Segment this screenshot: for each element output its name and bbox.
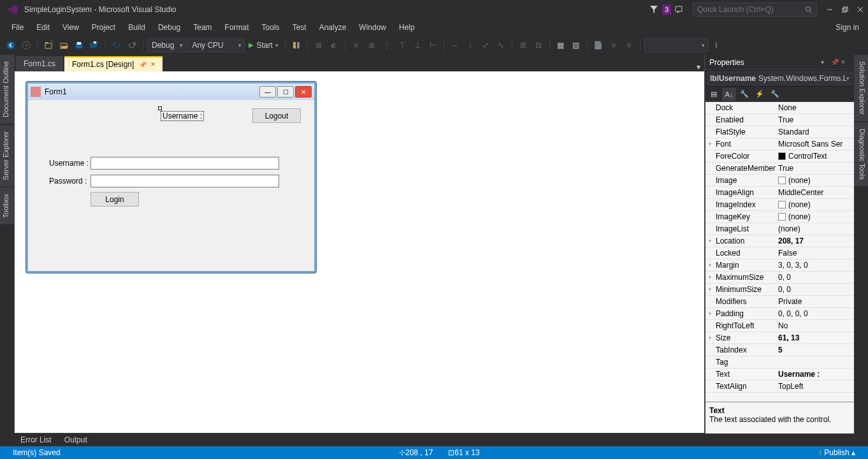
- start-button[interactable]: ▶Start▾: [246, 38, 280, 52]
- nav-back-button[interactable]: [4, 38, 18, 52]
- vtab-document-outline[interactable]: Document Outline: [0, 55, 14, 124]
- password-label[interactable]: Password :: [49, 177, 87, 186]
- undo-button[interactable]: [110, 38, 124, 52]
- property-value[interactable]: (none): [776, 176, 854, 185]
- feedback-icon[interactable]: [672, 3, 686, 17]
- password-textbox[interactable]: [90, 175, 279, 187]
- lblusername-control[interactable]: Username :: [161, 111, 204, 121]
- property-value[interactable]: Username :: [776, 370, 854, 379]
- menu-debug[interactable]: Debug: [152, 20, 187, 34]
- property-value[interactable]: 0, 0: [776, 285, 854, 294]
- pin-icon[interactable]: 📌: [139, 61, 147, 68]
- menu-tools[interactable]: Tools: [256, 20, 286, 34]
- notification-badge[interactable]: 3: [662, 4, 671, 15]
- vtab-diagnostic-tools[interactable]: Diagnostic Tools: [854, 122, 868, 186]
- expand-icon[interactable]: +: [705, 141, 714, 147]
- new-project-button[interactable]: *: [41, 38, 55, 52]
- btab-error-list[interactable]: Error List: [14, 434, 58, 446]
- expand-icon[interactable]: +: [705, 262, 714, 268]
- property-row[interactable]: +Padding0, 0, 0, 0: [705, 308, 854, 320]
- property-row[interactable]: Image(none): [705, 175, 854, 187]
- logout-button-control[interactable]: Logout: [252, 108, 301, 123]
- expand-icon[interactable]: +: [705, 238, 714, 244]
- property-row[interactable]: DockNone: [705, 102, 854, 114]
- property-value[interactable]: 5: [776, 346, 854, 354]
- property-value[interactable]: MiddleCenter: [776, 188, 854, 197]
- platform-dropdown[interactable]: Any CPU: [187, 38, 245, 52]
- expand-icon[interactable]: +: [705, 286, 714, 293]
- property-value[interactable]: (none): [776, 200, 854, 209]
- menu-project[interactable]: Project: [85, 20, 122, 34]
- vtab-solution-explorer[interactable]: Solution Explorer: [854, 55, 868, 121]
- send-back[interactable]: ▧: [569, 38, 583, 52]
- properties-button[interactable]: 🔧: [737, 88, 751, 101]
- property-row[interactable]: +FontMicrosoft Sans Ser: [705, 138, 854, 150]
- property-value[interactable]: 61, 13: [776, 333, 854, 342]
- selection-handle[interactable]: [158, 106, 162, 110]
- property-row[interactable]: TextAlignTopLeft: [705, 381, 854, 393]
- menu-build[interactable]: Build: [122, 20, 152, 34]
- property-value[interactable]: True: [776, 164, 854, 173]
- form1-body[interactable]: Username : Logout Username : Password : …: [28, 100, 314, 271]
- property-row[interactable]: RightToLeftNo: [705, 320, 854, 332]
- panel-pin-icon[interactable]: 📌: [831, 59, 840, 66]
- property-value[interactable]: Standard: [776, 127, 854, 136]
- doctab-form1-design[interactable]: Form1.cs [Design] 📌 ×: [64, 56, 163, 71]
- config-dropdown[interactable]: Debug: [147, 38, 186, 52]
- property-row[interactable]: +Location208, 17: [705, 235, 854, 247]
- property-value[interactable]: Microsoft Sans Ser: [776, 140, 854, 149]
- minimize-button[interactable]: [822, 2, 837, 17]
- property-value[interactable]: True: [776, 115, 854, 124]
- property-row[interactable]: ImageKey(none): [705, 211, 854, 223]
- property-value[interactable]: 3, 0, 3, 0: [776, 261, 854, 270]
- property-value[interactable]: TopLeft: [776, 382, 854, 391]
- vtab-server-explorer[interactable]: Server Explorer: [0, 125, 14, 186]
- doctabs-overflow[interactable]: ▾: [693, 62, 704, 71]
- quick-launch[interactable]: [693, 3, 817, 17]
- property-row[interactable]: TextUsername :: [705, 368, 854, 381]
- menu-window[interactable]: Window: [352, 20, 393, 34]
- property-row[interactable]: +Margin3, 0, 3, 0: [705, 259, 854, 272]
- menu-analyze[interactable]: Analyze: [313, 20, 353, 34]
- publish-button[interactable]: ↑ Publish ▴: [818, 448, 855, 457]
- designer-surface[interactable]: Form1 — ☐ ✕ Username : Logout Username :…: [15, 71, 704, 433]
- events-button[interactable]: ⚡: [753, 88, 767, 101]
- panel-close-icon[interactable]: ×: [841, 59, 850, 66]
- redo-button[interactable]: [125, 38, 139, 52]
- property-value[interactable]: (none): [776, 224, 854, 233]
- property-row[interactable]: GenerateMemberTrue: [705, 163, 854, 175]
- menu-file[interactable]: File: [5, 20, 30, 34]
- login-button-control[interactable]: Login: [90, 192, 139, 207]
- empty-dropdown[interactable]: [644, 38, 708, 52]
- close-tab-icon[interactable]: ×: [150, 60, 155, 69]
- open-button[interactable]: [57, 38, 71, 52]
- property-row[interactable]: +MaximumSize0, 0: [705, 272, 854, 284]
- form1-frame[interactable]: Form1 — ☐ ✕ Username : Logout Username :…: [26, 82, 316, 273]
- panel-dropdown-icon[interactable]: ▾: [821, 59, 830, 66]
- property-row[interactable]: Tag: [705, 356, 854, 368]
- bring-front[interactable]: ▦: [554, 38, 568, 52]
- property-value[interactable]: 0, 0, 0, 0: [776, 309, 854, 318]
- property-row[interactable]: FlatStyleStandard: [705, 126, 854, 138]
- vtab-toolbox[interactable]: Toolbox: [0, 187, 14, 224]
- nav-fwd-button[interactable]: [19, 38, 33, 52]
- property-row[interactable]: +MinimumSize0, 0: [705, 284, 854, 296]
- property-value[interactable]: (none): [776, 212, 854, 221]
- menu-team[interactable]: Team: [187, 20, 218, 34]
- property-value[interactable]: 0, 0: [776, 273, 854, 282]
- menu-view[interactable]: View: [56, 20, 85, 34]
- form-min-button[interactable]: —: [259, 86, 276, 98]
- form-max-button[interactable]: ☐: [277, 86, 294, 98]
- form-close-button[interactable]: ✕: [295, 86, 312, 98]
- doctab-form1-cs[interactable]: Form1.cs: [16, 56, 63, 71]
- save-all-button[interactable]: [87, 38, 101, 52]
- categorized-button[interactable]: ▤: [707, 88, 721, 101]
- username-label[interactable]: Username :: [49, 159, 89, 168]
- expand-icon[interactable]: +: [705, 335, 714, 341]
- property-value[interactable]: Private: [776, 297, 854, 306]
- layout-btn-1[interactable]: [289, 38, 303, 52]
- property-row[interactable]: ModifiersPrivate: [705, 296, 854, 308]
- property-pages-button[interactable]: 🔧: [768, 88, 782, 101]
- filter-icon[interactable]: [647, 3, 661, 17]
- property-row[interactable]: TabIndex5: [705, 344, 854, 356]
